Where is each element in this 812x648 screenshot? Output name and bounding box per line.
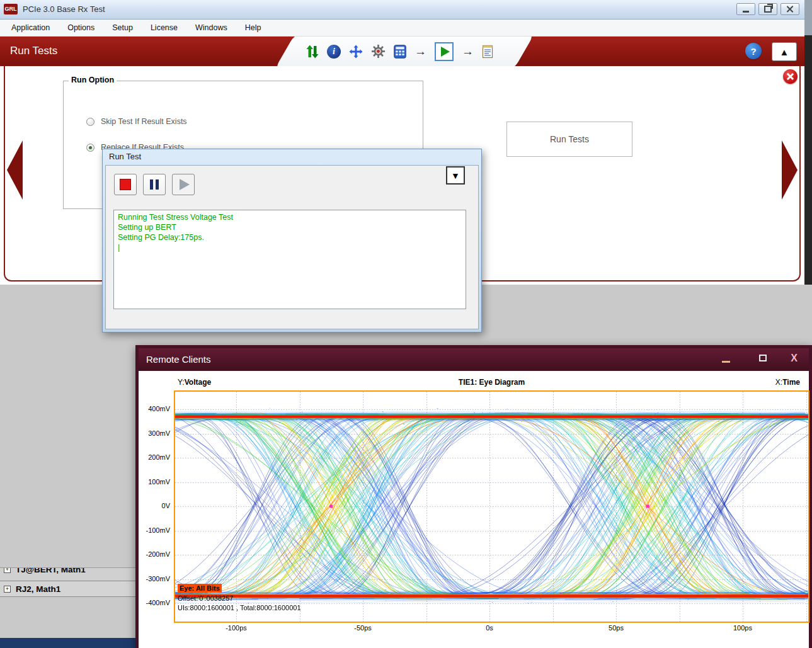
radio-label: Skip Test If Result Exists <box>101 117 187 126</box>
list-item-tj[interactable]: + TJ@BERT, Math1 <box>0 567 135 581</box>
menu-item-help[interactable]: Help <box>245 23 261 32</box>
expand-icon[interactable]: + <box>4 567 11 573</box>
log-line: Setting up BERT <box>118 222 462 232</box>
chevron-down-icon: ▼ <box>451 171 460 181</box>
rc-maximize-button[interactable] <box>759 355 767 361</box>
x-tick-label: -50ps <box>338 624 388 632</box>
radio-icon-selected <box>86 144 94 152</box>
app-titlebar: GRL PCIe 3.0 Base Rx Test <box>0 0 804 20</box>
info-icon[interactable]: i <box>327 45 341 59</box>
gear-icon[interactable] <box>371 44 386 59</box>
radio-skip-test[interactable]: Skip Test If Result Exists <box>86 117 187 126</box>
window-controls <box>736 3 799 15</box>
pause-button[interactable] <box>143 174 166 195</box>
y-tick-label: -100mV <box>139 526 170 534</box>
group-label: Run Option <box>69 76 117 84</box>
panel-close-button[interactable] <box>783 69 798 84</box>
stop-button[interactable] <box>114 174 137 195</box>
menu-item-windows[interactable]: Windows <box>195 23 227 32</box>
rc-titlebar: Remote Clients X <box>139 348 809 371</box>
rc-window-title: Remote Clients <box>146 348 211 371</box>
y-tick-label: -200mV <box>139 550 170 558</box>
run-test-dialog: Run Test ▼ Running Test Stress Voltage T… <box>102 149 482 333</box>
uis-annotation: UIs:8000:1600001 , Total:8000:1600001 <box>178 603 301 612</box>
radio-icon <box>86 118 94 126</box>
minimize-icon <box>722 361 730 363</box>
x-tick-label: 50ps <box>591 624 641 632</box>
minimize-icon <box>743 11 749 13</box>
y-tick-label: 200mV <box>139 453 170 461</box>
screen: GRL PCIe 3.0 Base Rx Test Application Op… <box>0 0 812 648</box>
sync-arrows-icon[interactable] <box>306 45 319 59</box>
app-logo: GRL <box>4 4 18 14</box>
y-tick-label: -400mV <box>139 599 170 606</box>
window-title: PCIe 3.0 Base Rx Test <box>23 0 105 19</box>
close-button[interactable] <box>781 3 799 15</box>
run-step-button[interactable] <box>435 42 454 61</box>
rc-minimize-button[interactable] <box>722 352 732 367</box>
menu-item-options[interactable]: Options <box>67 23 94 32</box>
test-log[interactable]: Running Test Stress Voltage Test Setting… <box>113 210 466 309</box>
x-axis-label: X:Time <box>775 378 800 387</box>
stop-icon <box>120 179 131 190</box>
list-item-label: TJ@BERT, Math1 <box>16 567 86 574</box>
rc-close-button[interactable]: X <box>791 353 798 364</box>
y-tick-label: 400mV <box>139 405 170 412</box>
plot-title: TIE1: Eye Diagram <box>174 378 809 387</box>
background-window-strip <box>804 0 812 285</box>
up-triangle-icon: ▲ <box>780 47 789 57</box>
flow-arrow-icon: → <box>415 45 426 57</box>
report-icon[interactable] <box>482 45 493 59</box>
x-tick-label: -100ps <box>211 624 261 632</box>
move-icon[interactable] <box>349 45 363 59</box>
restore-icon <box>764 6 772 13</box>
bottom-bar <box>0 638 135 648</box>
text-cursor: | <box>118 242 462 253</box>
run-tests-banner: Run Tests i <box>0 37 804 66</box>
y-tick-label: 100mV <box>139 478 170 486</box>
calculator-icon[interactable] <box>394 45 406 59</box>
list-item-rj2[interactable]: + RJ2, Math1 <box>0 581 135 597</box>
minimize-button[interactable] <box>736 3 755 15</box>
close-icon <box>786 5 794 13</box>
pause-icon <box>150 179 159 190</box>
page-title: Run Tests <box>10 37 57 65</box>
menu-item-setup[interactable]: Setup <box>112 23 133 32</box>
menu-bar: Application Options Setup License Window… <box>0 20 804 37</box>
y-tick-label: 300mV <box>139 429 170 437</box>
remote-clients-window: Remote Clients X Y:Voltage TIE1: Eye Dia… <box>135 345 812 648</box>
x-tick-label: 0s <box>464 624 515 632</box>
help-button[interactable]: ? <box>745 43 762 59</box>
list-item-label: RJ2, Math1 <box>16 584 60 594</box>
log-line: Running Test Stress Voltage Test <box>118 212 462 222</box>
play-icon <box>180 179 190 190</box>
offset-annotation: Offset:'0':0038257 <box>178 594 233 603</box>
eye-annotation-label: Eye: All Bits <box>178 584 222 593</box>
menu-item-license[interactable]: License <box>151 23 178 32</box>
expand-icon[interactable]: + <box>4 586 11 593</box>
y-tick-label: 0V <box>139 502 170 509</box>
flow-arrow-icon: → <box>462 45 474 57</box>
collapse-button[interactable]: ▲ <box>772 42 797 61</box>
menu-item-application[interactable]: Application <box>11 23 50 32</box>
x-tick-label: 100ps <box>718 624 768 632</box>
play-icon <box>441 47 450 57</box>
previous-page-arrow[interactable] <box>7 140 23 200</box>
dropdown-button[interactable]: ▼ <box>446 166 465 185</box>
toolbar: i <box>306 37 493 66</box>
dialog-body: ▼ Running Test Stress Voltage Test Setti… <box>105 165 479 329</box>
eye-diagram-canvas <box>175 392 808 622</box>
eye-diagram-plot: Eye: All Bits Offset:'0':0038257 UIs:800… <box>174 390 809 623</box>
maximize-icon <box>759 355 767 361</box>
next-page-arrow[interactable] <box>782 140 798 200</box>
rc-content: Y:Voltage TIE1: Eye Diagram X:Time Eye: … <box>139 371 809 648</box>
play-button[interactable] <box>172 174 195 195</box>
transport-controls <box>114 174 195 195</box>
y-tick-label: -300mV <box>139 575 170 583</box>
run-tests-button[interactable]: Run Tests <box>506 122 632 157</box>
restore-button[interactable] <box>758 3 777 15</box>
dialog-title: Run Test <box>109 152 141 161</box>
log-line: Setting PG Delay:175ps. <box>118 232 462 242</box>
